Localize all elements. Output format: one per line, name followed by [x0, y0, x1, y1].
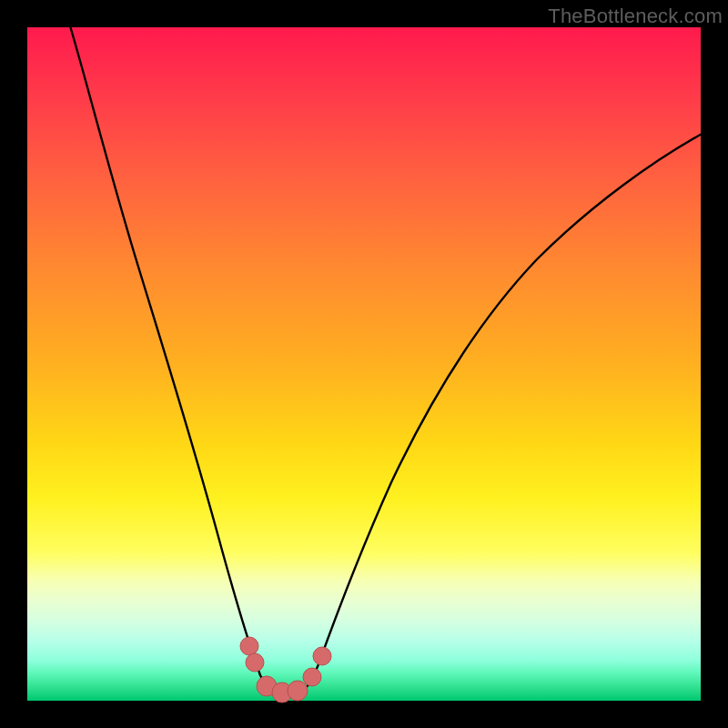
marker-dot [303, 668, 321, 686]
chart-frame: TheBottleneck.com [0, 0, 728, 728]
marker-dot [240, 637, 258, 655]
highlight-markers [240, 637, 331, 703]
watermark-text: TheBottleneck.com [548, 5, 723, 28]
chart-overlay [27, 27, 701, 701]
marker-dot [313, 647, 331, 665]
marker-dot [246, 653, 264, 672]
bottleneck-curve [68, 20, 705, 697]
marker-dot [288, 681, 308, 701]
